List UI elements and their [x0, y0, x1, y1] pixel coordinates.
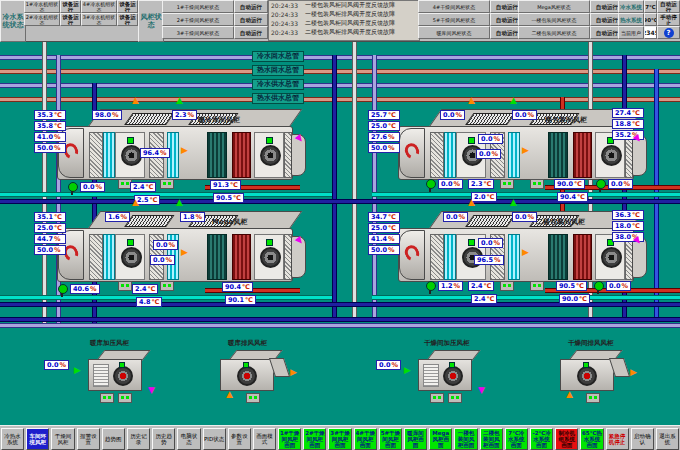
ahu-name-label: 暖冷库间风柜	[198, 115, 240, 125]
supply-fan-icon	[121, 145, 142, 166]
chiller-name: 3#冷水机组状态	[81, 13, 117, 26]
fan-state: 自动运行	[234, 0, 268, 13]
menu-button[interactable]: 1#干燥间风柜画面	[278, 428, 301, 450]
sensor-readout: 25.0℃	[368, 223, 400, 233]
sensor-readout: 27.4℃	[612, 108, 644, 118]
filter-section	[89, 132, 103, 178]
fan-status-led	[468, 137, 475, 144]
temp-readout: 2.4℃	[468, 281, 494, 291]
menu-button[interactable]: 2#干燥间风柜画面	[303, 428, 326, 450]
led-panel	[430, 393, 444, 403]
chiller-state: 设备运行	[60, 0, 81, 13]
cooling-coil	[103, 234, 115, 280]
menu-button[interactable]: 历史趋势	[152, 428, 175, 450]
pipe-label-hot-supply: 热水供水总管	[252, 93, 304, 104]
roof-grille-icon	[124, 215, 174, 227]
menu-button[interactable]: 3#干燥间风柜画面	[328, 428, 351, 450]
alarm-list[interactable]: 20:24:33 一楼包装风柜回风阀开度反馈故障 20:24:33 一楼包装风柜…	[268, 0, 420, 41]
menu-button[interactable]: 5#干燥间风柜画面	[379, 428, 402, 450]
chiller-state: 设备运行	[117, 13, 138, 26]
sensor-readout: 18.0℃	[612, 221, 644, 231]
menu-button[interactable]: 历史记录	[127, 428, 150, 450]
airflow-up-arrow-icon: ▲	[176, 96, 183, 105]
valve-icon[interactable]	[594, 281, 604, 291]
roof-grille-icon	[124, 113, 174, 125]
airflow-up-arrow-icon: ▲	[510, 96, 517, 105]
menu-button[interactable]: 启动确认	[631, 428, 654, 450]
fan-state: 自动运行	[234, 26, 268, 39]
chilled-system-value: 7℃	[644, 0, 657, 13]
menu-button[interactable]: 画面模式	[253, 428, 276, 450]
return-fan-icon	[260, 145, 281, 166]
help-cell: ?	[657, 26, 680, 39]
menu-button[interactable]: 退出系统	[656, 428, 679, 450]
louver-panel	[423, 364, 439, 387]
led-panel	[448, 393, 462, 403]
damper-readout: 1.6%	[105, 212, 130, 222]
chiller-name: 2#冷水机组状态	[24, 13, 60, 26]
menu-button[interactable]: 一楼包装间风柜画面	[454, 428, 477, 450]
damper-readout: 0.0%	[440, 110, 465, 120]
menu-button[interactable]: 65℃热水系统画面	[580, 428, 603, 450]
current-user-label: 当前用户	[618, 26, 644, 39]
alarm-time: 20:24:33	[269, 20, 305, 27]
menu-button[interactable]: 趋势图	[102, 428, 125, 450]
menu-button[interactable]: 冷热水系统	[1, 428, 24, 450]
sensor-readout: 25.7℃	[368, 110, 400, 120]
pipe-main-lower-2	[0, 323, 680, 328]
menu-button[interactable]: 暖库间风柜画面	[404, 428, 427, 450]
menu-button[interactable]: 电脑状态	[177, 428, 200, 450]
pipe-chilled-row1	[372, 192, 680, 197]
inlet-readouts: 35.1℃25.0℃44.7%50.0%	[34, 212, 66, 256]
valve-icon[interactable]	[68, 182, 78, 192]
menu-button[interactable]: PID状态	[203, 428, 226, 450]
pipe-hot-supply-main	[0, 97, 680, 102]
menu-button[interactable]: 制冷机组系统画面	[555, 428, 578, 450]
menu-button[interactable]: 7℃冷水系统画面	[505, 428, 528, 450]
sensor-readout: 50.0%	[368, 245, 400, 255]
chilled-coil	[548, 234, 568, 280]
chilled-system-state: 自动运行	[657, 0, 680, 13]
fan-status-grid-2: 4#干燥间风柜状态 自动运行 5#干燥间风柜状态 自动运行 暖库间风柜状态 自动…	[418, 0, 518, 40]
valve-icon[interactable]	[426, 179, 436, 189]
hotwater-readout: 90.1℃	[225, 295, 256, 305]
led-panel	[500, 281, 514, 291]
sensor-readout: 36.3℃	[612, 210, 644, 220]
fan-name: Mega风柜状态	[518, 0, 590, 13]
menu-button[interactable]: Mega风柜画面	[429, 428, 452, 450]
damper-readout: 0.0%	[512, 212, 537, 222]
menu-button[interactable]: -2℃冷水系统画面	[530, 428, 553, 450]
led-panel	[500, 179, 514, 189]
damper-readout: 96.5%	[474, 255, 504, 265]
led-panel	[530, 281, 544, 291]
pipe-label-chilled-return: 冷水回水总管	[252, 51, 304, 62]
sensor-readout: 35.1℃	[34, 212, 66, 222]
pipe-chilled-row2	[0, 295, 332, 300]
valve-icon[interactable]	[596, 179, 606, 189]
menu-button[interactable]: 二楼包装间风柜画面	[480, 428, 503, 450]
ahu-name-label: 一楼包装间风柜	[538, 115, 587, 125]
menu-button[interactable]: 参数设置	[228, 428, 251, 450]
help-icon[interactable]: ?	[664, 28, 674, 38]
damper-readout: 96.4%	[140, 148, 170, 158]
heating-coil	[573, 234, 592, 280]
flex-duct-icon	[402, 141, 421, 161]
inflow-arrow-icon: ▶	[404, 366, 411, 375]
menu-button[interactable]: 报警设置	[77, 428, 100, 450]
menu-button[interactable]: 车间环境风柜	[26, 428, 49, 450]
valve-icon[interactable]	[426, 281, 436, 291]
airflow-up-arrow-icon: ▲	[468, 96, 475, 105]
ahu-name-label: 二楼包装间风柜	[536, 217, 585, 227]
menu-button[interactable]: 干燥间风柜	[51, 428, 74, 450]
led-panel	[246, 393, 260, 403]
alarm-text: 二楼包装风柜回风阀开度反馈故障	[305, 19, 395, 28]
temp-readout: 2.3℃	[468, 179, 494, 189]
fan-name: 3#干燥间风柜状态	[162, 26, 234, 39]
valve-icon[interactable]	[58, 284, 68, 294]
chiller-name: 4#冷水机组状态	[81, 0, 117, 13]
menu-button[interactable]: 4#干燥间风柜画面	[354, 428, 377, 450]
menu-button[interactable]: 紧急停机停止	[606, 428, 629, 450]
small-unit-label: 干燥间加压风柜	[424, 339, 470, 348]
sensor-readout: 44.7%	[34, 234, 66, 244]
inflow-arrow-icon: ▶	[74, 366, 81, 375]
